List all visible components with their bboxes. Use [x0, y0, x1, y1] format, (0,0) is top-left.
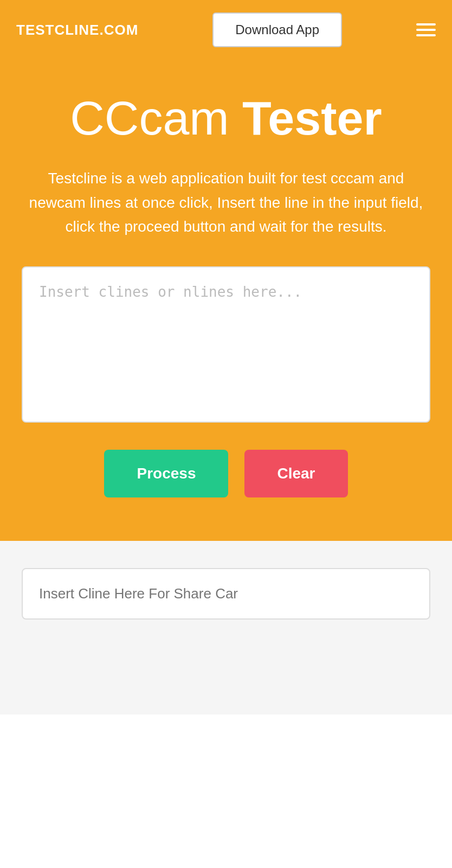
share-card-container [22, 568, 430, 620]
hero-section: CCcam Tester Testcline is a web applicat… [0, 60, 452, 541]
process-button[interactable]: Process [104, 450, 228, 497]
clear-button[interactable]: Clear [244, 450, 347, 497]
site-logo: TESTCLINE.COM [16, 22, 138, 39]
hamburger-menu-icon[interactable] [416, 23, 436, 36]
navbar: TESTCLINE.COM Download App [0, 0, 452, 60]
cline-textarea[interactable] [23, 267, 429, 419]
download-app-button[interactable]: Download App [212, 12, 342, 47]
hero-description: Testcline is a web application built for… [22, 167, 430, 239]
menu-line-2 [416, 29, 436, 31]
cline-input-container [22, 266, 430, 423]
action-buttons: Process Clear [22, 450, 430, 497]
menu-line-3 [416, 34, 436, 36]
bottom-section [0, 541, 452, 714]
menu-line-1 [416, 23, 436, 25]
hero-title-part1: CCcam [70, 91, 242, 145]
share-cline-input[interactable] [39, 585, 413, 602]
hero-title-part2: Tester [242, 91, 382, 145]
hero-title: CCcam Tester [22, 92, 430, 145]
